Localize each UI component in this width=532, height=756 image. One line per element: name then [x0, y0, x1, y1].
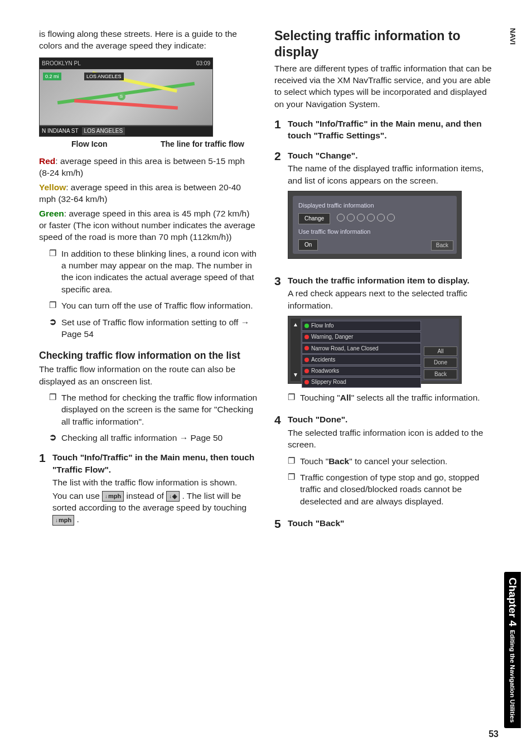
info-icons	[336, 214, 396, 224]
sub-text: The traffic flow information on the rout…	[39, 363, 258, 387]
step-lead: Touch "Change".	[288, 150, 493, 161]
right-step-5: 5 Touch "Back"	[274, 517, 493, 530]
list-item[interactable]: Warning, Danger	[302, 332, 421, 343]
map-bottom-street: N INDIANA ST	[42, 127, 79, 135]
list-item[interactable]: Slippery Road	[302, 377, 421, 388]
note-bullet-2: ❐ You can turn off the use of Traffic fl…	[49, 300, 258, 311]
intro-text: is flowing along these streets. Here is …	[39, 28, 258, 52]
back-button[interactable]: Back	[431, 240, 453, 251]
page-number: 53	[489, 729, 499, 739]
step-desc: The selected traffic information icon is…	[288, 427, 493, 451]
page-content: is flowing along these streets. Here is …	[0, 0, 532, 552]
diamond-button-icon: ◈	[166, 491, 180, 502]
label-traffic-line: The line for traffic flow	[161, 139, 244, 150]
crossref-1: ➲ Set use of Traffic flow information se…	[49, 316, 258, 340]
note-bullet-1: ❐ In addition to these blinking lines, a…	[49, 248, 258, 296]
step-number: 5	[274, 517, 288, 530]
step-number: 4	[274, 413, 288, 509]
done-button[interactable]: Done	[424, 358, 457, 368]
crossref-2: ➲ Checking all traffic information → Pag…	[49, 432, 258, 444]
crossref-icon: ➲	[49, 316, 61, 340]
step-lead: Touch "Info/Traffic" in the Main menu, t…	[52, 451, 258, 475]
right-step-1: 1 Touch "Info/Traffic" in the Main menu,…	[274, 118, 493, 142]
crossref-icon: ➲	[49, 432, 61, 444]
step-desc: The list with the traffic flow informati…	[52, 476, 258, 488]
step-lead: Touch the traffic information item to di…	[288, 275, 493, 286]
all-button[interactable]: All	[424, 346, 457, 357]
settings-label-2: Use traffic flow information	[298, 228, 451, 236]
square-bullet-icon: ❐	[288, 455, 300, 467]
square-bullet-icon: ❐	[49, 392, 61, 427]
chapter-label: Chapter 4	[506, 577, 519, 627]
mph-button-icon: mph	[52, 515, 74, 526]
map-place: BROOKLYN PL	[42, 60, 81, 68]
yellow-speed: Yellow: average speed in this area is be…	[39, 181, 258, 205]
map-screenshot: BROOKLYN PL 03:09 S 0.2 mi LOS ANGELES N…	[39, 57, 213, 137]
settings-screenshot: Displayed traffic information Change Use…	[288, 191, 462, 259]
step3-note: ❐ Touching "All" selects all the traffic…	[288, 392, 493, 403]
scroll-bar[interactable]: ▲▼	[291, 319, 301, 381]
red-speed: Red: average speed in this area is betwe…	[39, 155, 258, 179]
right-step-2: 2 Touch "Change". The name of the displa…	[274, 150, 493, 267]
list-item[interactable]: Accidents	[302, 354, 421, 365]
side-tab-area: NAVI Chapter 4 Editing the Navigation Ut…	[505, 28, 520, 728]
main-heading: Selecting traffic information to display	[274, 28, 493, 60]
heading-intro: There are different types of traffic inf…	[274, 62, 493, 110]
figure-labels: Flow Icon The line for traffic flow	[39, 139, 249, 150]
step-number: 1	[39, 451, 52, 525]
label-flow-icon: Flow Icon	[71, 139, 108, 150]
step-desc: A red check appears next to the selected…	[288, 287, 493, 311]
settings-label-1: Displayed traffic information	[298, 201, 451, 210]
square-bullet-icon: ❐	[288, 471, 300, 507]
scroll-down-icon[interactable]: ▼	[293, 371, 298, 379]
map-bottom-city: LOS ANGELES	[82, 127, 125, 135]
map-time: 03:09	[196, 60, 210, 68]
list-screenshot: ▲▼ Flow Info Warning, Danger Narrow Road…	[288, 316, 462, 384]
note-bullet-3: ❐ The method for checking the traffic fl…	[49, 392, 258, 427]
scroll-up-icon[interactable]: ▲	[293, 321, 298, 329]
on-button[interactable]: On	[298, 239, 318, 251]
square-bullet-icon: ❐	[288, 392, 300, 403]
chapter-subtitle: Editing the Navigation Utilities	[509, 630, 516, 723]
yellow-label: Yellow	[39, 182, 66, 192]
right-column: Selecting traffic information to display…	[274, 28, 493, 530]
step-extra: You can use mph instead of ◈ . The list …	[52, 490, 258, 526]
list-item[interactable]: Roadworks	[302, 366, 421, 377]
step4-bullet-1: ❐ Touch "Back" to cancel your selection.	[288, 455, 493, 467]
left-step-1: 1 Touch "Info/Traffic" in the Main menu,…	[39, 451, 258, 525]
left-column: is flowing along these streets. Here is …	[39, 28, 258, 530]
map-city: LOS ANGELES	[84, 73, 124, 80]
navi-label: NAVI	[509, 28, 517, 45]
green-speed: Green: average speed in this area is 45 …	[39, 208, 258, 243]
step-lead: Touch "Info/Traffic" in the Main menu, a…	[288, 118, 493, 142]
square-bullet-icon: ❐	[49, 248, 61, 296]
subheading-check-flow: Checking traffic flow information on the…	[39, 350, 258, 362]
red-label: Red	[39, 156, 55, 166]
step-number: 1	[274, 118, 288, 142]
square-bullet-icon: ❐	[49, 300, 61, 311]
traffic-item-list: Flow Info Warning, Danger Narrow Road, L…	[301, 319, 422, 381]
back-button[interactable]: Back	[424, 369, 457, 379]
step-number: 2	[274, 150, 288, 267]
chapter-tab: Chapter 4 Editing the Navigation Utiliti…	[504, 572, 521, 728]
step-lead: Touch "Done".	[288, 413, 493, 425]
list-item[interactable]: Narrow Road, Lane Closed	[302, 343, 421, 354]
right-step-4: 4 Touch "Done". The selected traffic inf…	[274, 413, 493, 509]
step4-bullet-2: ❐ Traffic congestion of type stop and go…	[288, 471, 493, 507]
step-desc: The name of the displayed traffic inform…	[288, 162, 493, 186]
map-dist: 0.2 mi	[43, 73, 61, 80]
step-lead: Touch "Back"	[288, 517, 493, 529]
mph-button-icon: mph	[102, 491, 124, 502]
step-number: 3	[274, 275, 288, 406]
list-item[interactable]: Flow Info	[302, 321, 421, 331]
change-button[interactable]: Change	[298, 213, 330, 224]
right-step-3: 3 Touch the traffic information item to …	[274, 275, 493, 406]
green-label: Green	[39, 209, 64, 218]
